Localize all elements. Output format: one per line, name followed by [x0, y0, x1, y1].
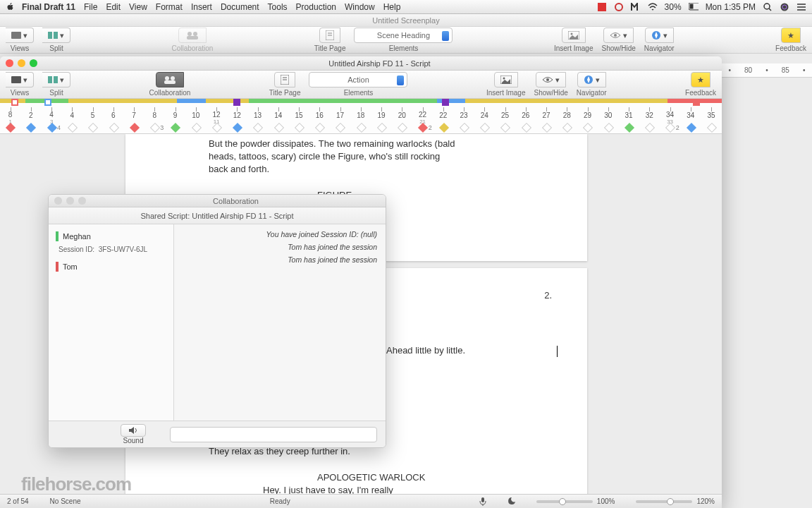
insertimage-button[interactable] — [494, 72, 518, 87]
split-label-w1: Split — [49, 44, 63, 52]
feedback-label-w1: Feedback — [775, 44, 806, 52]
collab-user-tom[interactable]: Tom — [56, 262, 166, 272]
collab-min[interactable] — [66, 197, 74, 205]
collab-user-list: Meghan Session ID: 3FS-UW7V-6JL Tom — [49, 224, 174, 421]
battery-icon[interactable] — [689, 2, 699, 12]
split-button-w1[interactable]: ▾ — [42, 28, 70, 43]
svg-rect-14 — [54, 32, 58, 39]
zoom-control-2[interactable]: 120% — [636, 497, 715, 505]
clock[interactable]: Mon 1:35 PM — [706, 2, 756, 12]
showhide-button[interactable]: ▾ — [536, 72, 566, 87]
collab-subtitle: Shared Script: Untitled Airship FD 11 - … — [49, 207, 386, 224]
svg-point-28 — [165, 76, 169, 80]
collab-zoom[interactable] — [78, 197, 86, 205]
collab-messages: You have joined Session ID: (null) Tom h… — [174, 224, 386, 421]
menu-edit[interactable]: Edit — [106, 2, 121, 12]
night-mode-icon[interactable] — [508, 497, 515, 505]
window2-title: Untitled Airship FD 11 - Script — [37, 59, 722, 68]
nav-button[interactable]: ▾ — [577, 72, 606, 87]
svg-point-29 — [171, 76, 175, 80]
scene-marker[interactable] — [693, 99, 700, 106]
collab-button-w1[interactable] — [178, 28, 207, 43]
showhide-label-w1: Show/Hide — [602, 44, 636, 52]
feedback-label: Feedback — [685, 89, 716, 97]
ready-status: Ready — [102, 497, 458, 505]
titlepage-button-w1[interactable] — [319, 28, 340, 43]
text-cursor — [557, 346, 558, 357]
page-count: 2 of 54 — [7, 497, 29, 505]
views-button-w1[interactable]: ▾ — [6, 28, 34, 43]
insertimage-label-w1: Insert Image — [554, 44, 593, 52]
wifi-icon[interactable] — [648, 2, 658, 12]
action-text: back and forth. — [209, 163, 552, 176]
menu-file[interactable]: File — [84, 2, 97, 12]
feedback-button[interactable]: ★ — [691, 72, 710, 87]
views-button[interactable]: ▾ — [6, 72, 34, 87]
svg-point-5 — [764, 4, 770, 9]
menu-help[interactable]: Help — [383, 2, 401, 12]
menu-window[interactable]: Window — [345, 2, 375, 12]
insertimage-label: Insert Image — [486, 89, 526, 97]
scene-marker[interactable] — [44, 99, 51, 106]
menu-view[interactable]: View — [129, 2, 147, 12]
spotlight-icon[interactable] — [763, 2, 773, 12]
elements-label-w1: Elements — [389, 44, 419, 52]
nav-button-w1[interactable]: ▾ — [645, 28, 674, 43]
collab-titlebar[interactable]: Collaboration — [49, 195, 386, 207]
showhide-button-w1[interactable]: ▾ — [603, 28, 634, 43]
scene-status: No Scene — [50, 497, 81, 505]
zoom-button[interactable] — [30, 59, 37, 67]
status-icon-swirl[interactable] — [614, 2, 624, 12]
nav-label: Navigator — [577, 89, 607, 97]
split-button[interactable]: ▾ — [42, 72, 70, 87]
titlepage-label: Title Page — [269, 89, 301, 97]
window1-toolbar: ▾ Views ▾ Split Collaboration Title Page… — [0, 27, 812, 54]
svg-point-36 — [546, 78, 549, 81]
svg-point-22 — [570, 33, 572, 35]
window2-titlebar[interactable]: Untitled Airship FD 11 - Script — [0, 56, 722, 71]
insertimage-button-w1[interactable] — [562, 28, 586, 43]
collab-label: Collaboration — [149, 89, 190, 97]
menu-production[interactable]: Production — [296, 2, 336, 12]
collaboration-panel: Collaboration Shared Script: Untitled Ai… — [48, 194, 386, 448]
svg-rect-27 — [54, 76, 58, 83]
scene-marker[interactable] — [442, 99, 449, 106]
scene-marker[interactable] — [11, 99, 18, 106]
status-icon-m[interactable] — [631, 2, 641, 12]
action-text: But the powder dissipates. The two remai… — [209, 138, 552, 150]
collab-close[interactable] — [54, 197, 62, 205]
menu-document[interactable]: Document — [221, 2, 259, 12]
element-select[interactable]: Action — [309, 72, 407, 87]
element-select-w1[interactable]: Scene Heading — [354, 28, 453, 43]
zoom-control-1[interactable]: 100% — [536, 497, 615, 505]
titlepage-label-w1: Title Page — [314, 44, 346, 52]
collab-footer: Sound — [49, 421, 386, 447]
app-name[interactable]: Final Draft 11 — [22, 2, 75, 12]
window1-title: Untitled Screenplay — [0, 14, 812, 27]
menu-tools[interactable]: Tools — [268, 2, 288, 12]
status-icon-red[interactable] — [597, 2, 607, 12]
menu-insert[interactable]: Insert — [191, 2, 212, 12]
mic-icon[interactable] — [479, 497, 486, 506]
titlepage-button[interactable] — [274, 72, 295, 87]
collab-message-input[interactable] — [170, 427, 377, 442]
minimize-button[interactable] — [18, 59, 25, 67]
svg-point-35 — [503, 78, 505, 80]
apple-menu[interactable] — [6, 2, 15, 11]
siri-icon[interactable] — [780, 2, 789, 12]
close-button[interactable] — [6, 59, 13, 67]
menubar-right: 30% Mon 1:35 PM — [597, 2, 806, 12]
scene-navigator[interactable]: 8124345678910121112131415161718192022212… — [0, 99, 722, 134]
collab-label-w1: Collaboration — [171, 44, 213, 52]
views-label-w1: Views — [11, 44, 30, 52]
scene-marker[interactable] — [233, 99, 240, 106]
svg-point-23 — [614, 34, 617, 37]
menu-format[interactable]: Format — [156, 2, 183, 12]
svg-rect-38 — [481, 497, 484, 502]
split-label: Split — [49, 89, 63, 97]
collab-user-meghan[interactable]: Meghan — [56, 231, 166, 241]
feedback-button-w1[interactable]: ★ — [781, 28, 801, 43]
collab-button[interactable] — [156, 72, 184, 87]
sound-toggle[interactable]: Sound — [105, 424, 161, 445]
notification-center-icon[interactable] — [796, 2, 806, 12]
